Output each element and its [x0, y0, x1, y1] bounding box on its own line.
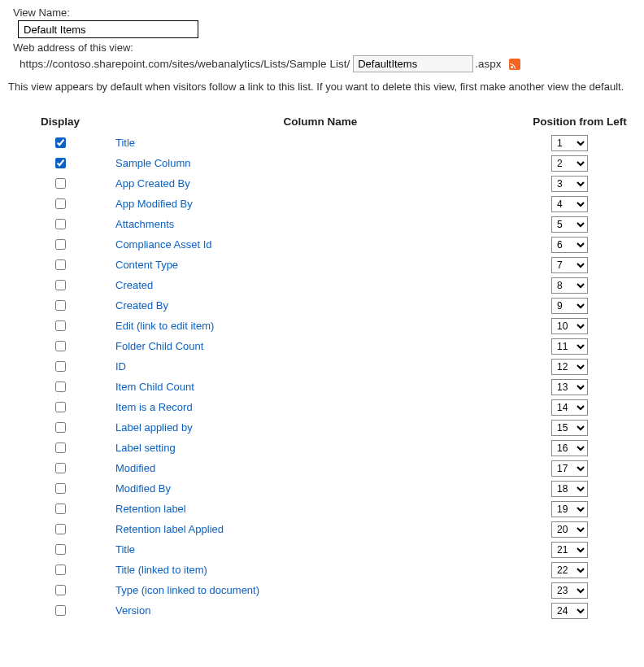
column-name-link[interactable]: Created By — [115, 299, 168, 312]
display-checkbox[interactable] — [55, 442, 66, 453]
display-checkbox[interactable] — [55, 483, 66, 494]
display-checkbox[interactable] — [55, 585, 66, 595]
display-checkbox[interactable] — [55, 422, 66, 433]
table-row: Label applied by123456789101112131415161… — [41, 417, 633, 438]
display-checkbox[interactable] — [55, 259, 66, 270]
web-address-row: https://contoso.sharepoint.com/sites/web… — [20, 55, 636, 72]
position-select[interactable]: 123456789101112131415161718192021222324 — [551, 359, 588, 375]
column-name-link[interactable]: Label applied by — [115, 421, 193, 434]
position-select[interactable]: 123456789101112131415161718192021222324 — [551, 155, 588, 172]
column-name-cell: App Created By — [114, 177, 527, 190]
column-name-cell: Content Type — [114, 259, 527, 271]
position-select[interactable]: 123456789101112131415161718192021222324 — [551, 379, 588, 395]
display-checkbox[interactable] — [55, 280, 66, 290]
display-checkbox[interactable] — [55, 320, 66, 331]
display-cell — [41, 562, 114, 578]
display-checkbox[interactable] — [55, 198, 66, 209]
column-name-link[interactable]: Content Type — [115, 259, 178, 271]
display-cell — [41, 176, 114, 191]
display-checkbox[interactable] — [55, 402, 66, 412]
position-select[interactable]: 123456789101112131415161718192021222324 — [551, 176, 588, 192]
column-name-link[interactable]: Compliance Asset Id — [115, 238, 212, 251]
column-name-link[interactable]: Item Child Count — [115, 381, 194, 393]
column-name-link[interactable]: Attachments — [115, 218, 174, 230]
column-name-cell: Compliance Asset Id — [114, 238, 527, 251]
position-select[interactable]: 123456789101112131415161718192021222324 — [551, 481, 588, 497]
url-slug-input[interactable] — [353, 55, 473, 72]
display-checkbox[interactable] — [55, 341, 66, 351]
display-checkbox[interactable] — [55, 361, 66, 372]
position-select[interactable]: 123456789101112131415161718192021222324 — [551, 521, 588, 538]
position-select[interactable]: 123456789101112131415161718192021222324 — [551, 318, 588, 334]
display-checkbox[interactable] — [55, 239, 66, 250]
table-row: Title12345678910111213141516171819202122… — [41, 133, 633, 153]
position-select[interactable]: 123456789101112131415161718192021222324 — [551, 420, 588, 436]
position-cell: 123456789101112131415161718192021222324 — [527, 582, 633, 599]
position-select[interactable]: 123456789101112131415161718192021222324 — [551, 501, 588, 517]
table-row: Modified12345678910111213141516171819202… — [41, 458, 633, 478]
display-checkbox[interactable] — [55, 137, 66, 148]
position-select[interactable]: 123456789101112131415161718192021222324 — [551, 237, 588, 253]
display-checkbox[interactable] — [55, 544, 66, 555]
display-cell — [41, 155, 114, 171]
display-checkbox[interactable] — [55, 158, 66, 168]
column-name-cell: App Modified By — [114, 198, 527, 210]
position-select[interactable]: 123456789101112131415161718192021222324 — [551, 277, 588, 294]
display-cell — [41, 582, 114, 598]
column-name-link[interactable]: Retention label — [115, 503, 186, 515]
table-row: Label setting123456789101112131415161718… — [41, 438, 633, 458]
column-name-link[interactable]: Item is a Record — [115, 401, 193, 413]
table-row: Retention label1234567891011121314151617… — [41, 499, 633, 519]
position-cell: 123456789101112131415161718192021222324 — [527, 338, 633, 355]
table-row: Folder Child Count1234567891011121314151… — [41, 336, 633, 356]
position-select[interactable]: 123456789101112131415161718192021222324 — [551, 257, 588, 273]
column-name-link[interactable]: Modified By — [115, 482, 171, 495]
column-name-link[interactable]: ID — [115, 360, 126, 373]
display-checkbox[interactable] — [55, 178, 66, 189]
column-name-link[interactable]: App Created By — [115, 177, 190, 190]
column-name-cell: Retention label Applied — [114, 523, 527, 535]
column-name-link[interactable]: Modified — [115, 462, 155, 474]
column-name-link[interactable]: Title (linked to item) — [115, 564, 207, 576]
column-name-link[interactable]: Version — [115, 604, 150, 617]
display-checkbox[interactable] — [55, 524, 66, 534]
position-select[interactable]: 123456789101112131415161718192021222324 — [551, 440, 588, 456]
position-select[interactable]: 123456789101112131415161718192021222324 — [551, 298, 588, 314]
column-name-link[interactable]: Title — [115, 543, 135, 556]
position-select[interactable]: 123456789101112131415161718192021222324 — [551, 542, 588, 558]
table-row: Attachments12345678910111213141516171819… — [41, 214, 633, 234]
column-name-link[interactable]: Sample Column — [115, 157, 191, 169]
display-checkbox[interactable] — [55, 300, 66, 311]
position-select[interactable]: 123456789101112131415161718192021222324 — [551, 338, 588, 355]
position-cell: 123456789101112131415161718192021222324 — [527, 562, 633, 578]
position-select[interactable]: 123456789101112131415161718192021222324 — [551, 582, 588, 599]
column-name-link[interactable]: Created — [115, 279, 153, 291]
display-checkbox[interactable] — [55, 504, 66, 514]
column-name-link[interactable]: Label setting — [115, 442, 176, 454]
column-name-cell: ID — [114, 360, 527, 373]
display-checkbox[interactable] — [55, 219, 66, 229]
position-select[interactable]: 123456789101112131415161718192021222324 — [551, 196, 588, 212]
view-name-input[interactable] — [18, 20, 198, 38]
position-cell: 123456789101112131415161718192021222324 — [527, 237, 633, 253]
display-checkbox[interactable] — [55, 463, 66, 473]
column-name-link[interactable]: Type (icon linked to document) — [115, 584, 259, 596]
position-select[interactable]: 123456789101112131415161718192021222324 — [551, 562, 588, 578]
column-name-link[interactable]: App Modified By — [115, 198, 193, 210]
position-select[interactable]: 123456789101112131415161718192021222324 — [551, 135, 588, 151]
column-name-link[interactable]: Retention label Applied — [115, 523, 224, 535]
display-cell — [41, 460, 114, 476]
display-checkbox[interactable] — [55, 605, 66, 616]
display-checkbox[interactable] — [55, 565, 66, 575]
column-name-link[interactable]: Title — [115, 137, 135, 149]
column-name-link[interactable]: Folder Child Count — [115, 340, 203, 352]
display-cell — [41, 420, 114, 435]
column-name-link[interactable]: Edit (link to edit item) — [115, 320, 214, 332]
url-suffix: .aspx — [475, 58, 501, 70]
position-select[interactable]: 123456789101112131415161718192021222324 — [551, 603, 588, 619]
position-select[interactable]: 123456789101112131415161718192021222324 — [551, 460, 588, 477]
display-checkbox[interactable] — [55, 381, 66, 392]
rss-icon[interactable] — [509, 59, 520, 70]
position-select[interactable]: 123456789101112131415161718192021222324 — [551, 399, 588, 416]
position-select[interactable]: 123456789101112131415161718192021222324 — [551, 216, 588, 233]
